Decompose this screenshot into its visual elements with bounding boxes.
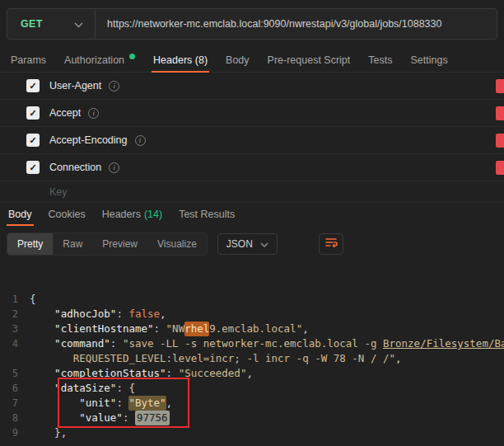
code-token: "save -LL -s networker-mc.emclab.local -… [123, 336, 383, 351]
code-token: , [395, 351, 402, 366]
response-toolbar: Pretty Raw Preview Visualize JSON [0, 226, 504, 262]
code-token [30, 381, 54, 396]
code-token: : [110, 336, 123, 351]
code-token [30, 425, 54, 440]
code-token: : [116, 307, 128, 322]
header-row: ✓ Connection i [0, 154, 504, 181]
tab-authorization[interactable]: Authorization [55, 48, 144, 72]
method-dropdown[interactable]: GET [7, 9, 95, 39]
headers-count-badge: (14) [144, 209, 162, 220]
code-token [30, 411, 79, 425]
line-number: 3 [0, 322, 30, 336]
auth-status-dot [129, 54, 135, 59]
url-text: https://networker-mc.emclab.local:9090/n… [107, 18, 441, 30]
tab-tests[interactable]: Tests [359, 48, 401, 72]
code-token [30, 307, 54, 322]
code-token: : [166, 366, 179, 381]
code-token: "completionStatus" [54, 366, 166, 381]
code-token: "Succeeded" [179, 366, 247, 381]
code-line: 4 "command": "save -LL -s networker-mc.e… [0, 336, 504, 351]
search-highlight: rhel [184, 322, 209, 336]
tab-settings-label: Settings [410, 54, 447, 66]
response-tab-cookies[interactable]: Cookies [40, 203, 94, 226]
code-token: 9.emclab.local" [209, 322, 302, 336]
link-token[interactable]: Bronze/Filesystem/Ba [383, 336, 504, 351]
response-tab-body[interactable]: Body [0, 203, 40, 226]
code-line: 6 "dataSize": { [0, 381, 504, 396]
response-tab-cookies-label: Cookies [49, 209, 86, 220]
key-placeholder: Key [49, 186, 68, 198]
tab-body-label: Body [226, 54, 250, 66]
view-raw[interactable]: Raw [53, 233, 92, 255]
format-label: JSON [226, 238, 253, 250]
header-row: ✓ User-Agent i [0, 73, 504, 100]
tab-params[interactable]: Params [2, 48, 55, 72]
code-token: { [128, 381, 135, 396]
checkbox-checked[interactable]: ✓ [26, 161, 40, 174]
new-header-key-input[interactable]: Key [0, 181, 504, 203]
tab-tests-label: Tests [368, 54, 392, 66]
view-preview[interactable]: Preview [92, 233, 147, 255]
header-key[interactable]: Accept [49, 107, 81, 119]
line-number: 5 [0, 366, 30, 381]
checkbox-checked[interactable]: ✓ [26, 106, 40, 120]
chevron-down-icon [74, 16, 83, 31]
code-token: { [30, 292, 36, 307]
code-token [30, 366, 54, 381]
code-line: 5 "completionStatus": "Succeeded", [0, 366, 504, 381]
request-tabs: Params Authorization Headers (8) Body Pr… [0, 48, 504, 73]
red-marker [496, 161, 504, 175]
code-line: 8 "value": 97756 [0, 411, 504, 425]
code-token: "adhocJob" [54, 307, 116, 322]
code-line: 9 }, [0, 425, 504, 440]
code-token: "unit" [79, 396, 116, 411]
code-token: "clientHostname" [54, 322, 153, 336]
header-row: ✓ Accept i [0, 100, 504, 127]
response-tabs: Body Cookies Headers(14) Test Results [0, 203, 504, 226]
info-icon: i [88, 108, 99, 119]
red-marker [496, 106, 504, 120]
code-line: 1{ [0, 292, 504, 307]
code-line: 7 "unit": "Byte", [0, 396, 504, 411]
code-token: : [123, 411, 135, 425]
view-pretty[interactable]: Pretty [7, 233, 53, 255]
tab-headers-label: Headers (8) [153, 54, 208, 66]
checkbox-checked[interactable]: ✓ [26, 79, 40, 92]
code-token: , [302, 322, 309, 336]
line-number: 9 [0, 425, 30, 440]
url-input[interactable]: https://networker-mc.emclab.local:9090/n… [96, 9, 497, 39]
view-toggle: Pretty Raw Preview Visualize [7, 232, 208, 256]
code-token: : [154, 322, 166, 336]
tab-body[interactable]: Body [217, 48, 259, 72]
chevron-down-icon [260, 238, 268, 250]
view-visualize[interactable]: Visualize [147, 233, 207, 255]
checkbox-checked[interactable]: ✓ [26, 134, 40, 147]
response-tab-test-results[interactable]: Test Results [170, 203, 243, 226]
header-key[interactable]: Accept-Encoding [49, 134, 128, 146]
format-dropdown[interactable]: JSON [217, 233, 278, 255]
tab-settings[interactable]: Settings [401, 48, 456, 72]
code-line: 2 "adhocJob": false, [0, 307, 504, 322]
info-icon: i [109, 162, 119, 173]
tab-headers[interactable]: Headers (8) [144, 48, 217, 72]
info-icon: i [109, 81, 119, 92]
line-number: 7 [0, 396, 30, 411]
tab-prerequest-script[interactable]: Pre-request Script [259, 48, 360, 72]
header-key[interactable]: Connection [49, 162, 101, 173]
response-body-editor[interactable]: 1{ 2 "adhocJob": false, 3 "clientHostnam… [0, 262, 504, 446]
wrap-lines-button[interactable] [319, 233, 343, 255]
header-key[interactable]: User-Agent [49, 80, 101, 92]
code-token: "dataSize" [54, 381, 116, 396]
code-token: , [166, 396, 173, 411]
response-tab-headers-label: Headers [102, 209, 141, 220]
line-number: 2 [0, 307, 30, 322]
line-number: 8 [0, 411, 30, 425]
tab-authorization-label: Authorization [64, 54, 124, 66]
code-token: : [116, 381, 128, 396]
code-line: 3 "clientHostname": "NWrhel9.emclab.loca… [0, 322, 504, 336]
code-token: "command" [54, 336, 110, 351]
red-marker [496, 79, 504, 93]
response-tab-headers[interactable]: Headers(14) [94, 203, 170, 226]
code-line-wrap: REQUESTED_LEVEL:level=incr; -l incr -q -… [0, 351, 504, 366]
code-token: , [246, 366, 253, 381]
